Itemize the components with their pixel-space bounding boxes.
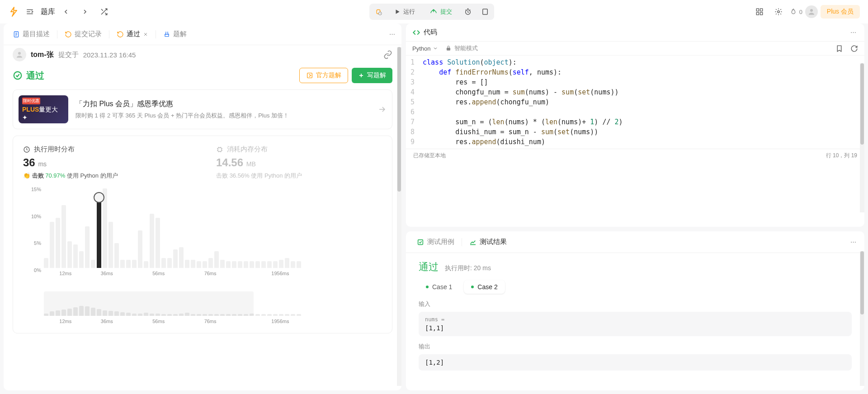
settings-icon[interactable]: [770, 4, 787, 20]
runtime-minimap[interactable]: 12ms36ms56ms76ms1956ms: [23, 288, 382, 324]
share-link-icon[interactable]: [383, 50, 392, 59]
chart-bar[interactable]: [208, 258, 213, 268]
timer-button[interactable]: [460, 5, 476, 19]
chart-bar[interactable]: [150, 214, 154, 268]
chart-bar[interactable]: [285, 258, 289, 268]
cursor-position: 行 10，列 19: [826, 152, 857, 159]
chart-bar[interactable]: [73, 244, 78, 268]
chart-bar[interactable]: [97, 201, 101, 268]
notes-button[interactable]: [477, 5, 493, 19]
run-button[interactable]: 运行: [388, 5, 421, 19]
chart-bar[interactable]: [255, 261, 260, 268]
chart-bar[interactable]: [56, 218, 60, 268]
svg-rect-7: [756, 13, 759, 15]
layout-icon[interactable]: [751, 4, 768, 20]
official-solution-button[interactable]: 官方题解: [299, 68, 348, 83]
svg-rect-8: [760, 13, 762, 15]
close-icon[interactable]: [143, 32, 148, 37]
tab-testcases[interactable]: 测试用例: [412, 235, 459, 249]
chart-bar[interactable]: [44, 258, 48, 268]
chart-bar[interactable]: [67, 241, 72, 268]
chart-bar[interactable]: [297, 261, 301, 268]
prev-problem-icon[interactable]: [58, 4, 74, 20]
chart-bar[interactable]: [79, 251, 84, 268]
chart-bar[interactable]: [244, 261, 248, 268]
chart-bar[interactable]: [273, 261, 278, 268]
chart-bar[interactable]: [144, 261, 148, 268]
tab-testresult[interactable]: 测试结果: [465, 235, 511, 249]
result-more-icon[interactable]: ⋯: [849, 237, 858, 247]
chart-bar[interactable]: [120, 260, 125, 268]
output-label: 输出: [419, 342, 852, 351]
logo[interactable]: [8, 6, 19, 17]
svg-rect-5: [756, 9, 759, 11]
chart-bar[interactable]: [238, 261, 242, 268]
memory-beats: 击败 36.56% 使用 Python 的用户: [216, 172, 382, 180]
chart-bar[interactable]: [191, 260, 195, 268]
chart-bar[interactable]: [220, 260, 225, 268]
chart-bar[interactable]: [85, 226, 90, 268]
submit-button[interactable]: 提交: [423, 5, 458, 19]
chart-bar[interactable]: [279, 260, 283, 268]
code-more-icon[interactable]: ⋯: [849, 27, 858, 38]
write-solution-button[interactable]: 写题解: [352, 68, 392, 83]
smart-mode[interactable]: 智能模式: [445, 44, 478, 52]
reset-icon[interactable]: [850, 45, 858, 52]
chart-bar[interactable]: [232, 261, 236, 268]
output-box[interactable]: [1,2]: [419, 354, 852, 371]
chart-bar[interactable]: [138, 230, 142, 268]
chart-bar[interactable]: [214, 251, 219, 268]
chart-bar[interactable]: [161, 258, 166, 268]
tab-description[interactable]: 题目描述: [8, 27, 54, 41]
submitter-name[interactable]: tom-张: [31, 50, 54, 60]
chart-bar[interactable]: [132, 260, 137, 268]
user-avatar[interactable]: [805, 5, 818, 18]
chart-bar[interactable]: [173, 249, 178, 268]
chart-bar[interactable]: [61, 205, 66, 268]
input-box[interactable]: nums = [1,1]: [419, 312, 852, 336]
code-scrollbar[interactable]: [860, 63, 864, 212]
chart-bar[interactable]: [91, 260, 95, 268]
tab-solutions[interactable]: 题解: [159, 27, 191, 41]
svg-point-12: [18, 52, 21, 55]
chart-bar[interactable]: [126, 260, 131, 268]
case-1-tab[interactable]: Case 1: [419, 280, 459, 294]
runtime-title: 执行用时分布: [23, 145, 189, 154]
chart-bar[interactable]: [179, 247, 184, 268]
more-icon[interactable]: ⋯: [387, 29, 397, 39]
chart-bar[interactable]: [156, 218, 160, 268]
chart-bar[interactable]: [50, 222, 54, 268]
language-select[interactable]: Python: [412, 45, 438, 52]
svg-rect-6: [760, 9, 762, 11]
chart-bar[interactable]: [291, 261, 295, 268]
chart-bar[interactable]: [197, 261, 201, 268]
problem-bank-link[interactable]: 题库: [41, 7, 55, 17]
submitter-avatar[interactable]: [13, 48, 26, 61]
plus-membership-button[interactable]: Plus 会员: [821, 5, 860, 19]
promo-card[interactable]: 限时优惠 PLUS量更大 ✦ 「力扣 Plus 会员」感恩季优惠 限时购 1 得…: [13, 89, 392, 129]
panel-toggle-icon[interactable]: [22, 4, 38, 20]
chart-bar[interactable]: [185, 260, 189, 268]
chart-bar[interactable]: [114, 243, 119, 268]
chart-bar[interactable]: [250, 261, 254, 268]
next-problem-icon[interactable]: [77, 4, 93, 20]
chart-marker[interactable]: [94, 192, 104, 203]
debug-button[interactable]: [371, 5, 386, 19]
chart-bar[interactable]: [203, 261, 207, 268]
run-submit-group: 运行 提交: [369, 4, 494, 20]
scrollbar[interactable]: [397, 47, 401, 386]
case-2-tab[interactable]: Case 2: [464, 280, 505, 294]
tab-accepted[interactable]: 通过: [112, 27, 153, 41]
chart-bar[interactable]: [267, 261, 272, 268]
streak-counter[interactable]: 0: [789, 8, 802, 16]
code-editor[interactable]: 123456789 class Solution(object): def fi…: [406, 56, 864, 149]
bookmark-icon[interactable]: [835, 45, 843, 52]
tab-submissions[interactable]: 提交记录: [60, 27, 106, 41]
chart-bar[interactable]: [167, 258, 172, 268]
runtime-chart: 15%10%5%0% 12ms36ms56ms76ms1956ms: [23, 184, 382, 284]
result-scrollbar[interactable]: [860, 251, 864, 386]
chart-bar[interactable]: [226, 261, 231, 268]
chart-bar[interactable]: [261, 261, 266, 268]
shuffle-icon[interactable]: [96, 4, 112, 20]
chart-bar[interactable]: [108, 222, 113, 268]
